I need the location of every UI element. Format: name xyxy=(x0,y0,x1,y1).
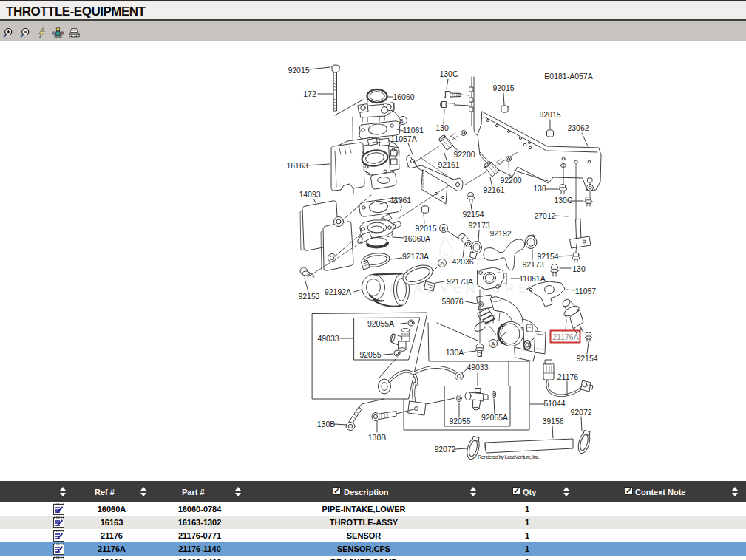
svg-text:92192: 92192 xyxy=(489,229,511,238)
svg-text:92200: 92200 xyxy=(500,176,521,185)
svg-text:11057A: 11057A xyxy=(390,134,416,143)
svg-text:23062: 23062 xyxy=(567,123,589,132)
svg-text:92173: 92173 xyxy=(522,260,543,269)
svg-text:16060: 16060 xyxy=(393,92,414,101)
svg-text:92015: 92015 xyxy=(415,224,436,233)
svg-text:21176A: 21176A xyxy=(552,332,578,341)
svg-text:92015: 92015 xyxy=(492,83,514,92)
svg-text:A: A xyxy=(440,260,444,267)
svg-text:130: 130 xyxy=(435,123,449,132)
svg-text:92200: 92200 xyxy=(453,150,475,159)
svg-text:49033: 49033 xyxy=(467,363,488,372)
svg-text:14093: 14093 xyxy=(299,190,320,199)
svg-text:21176: 21176 xyxy=(557,372,579,381)
svg-text:92072: 92072 xyxy=(570,408,591,417)
svg-text:B: B xyxy=(441,225,445,232)
svg-text:Rendered by LeadVenture, Inc.: Rendered by LeadVenture, Inc. xyxy=(478,454,540,460)
svg-text:39156: 39156 xyxy=(542,417,563,426)
svg-text:42036: 42036 xyxy=(452,257,473,266)
svg-text:16060A: 16060A xyxy=(404,234,430,243)
svg-text:92154: 92154 xyxy=(576,354,597,363)
svg-text:92173A: 92173A xyxy=(447,277,473,286)
svg-text:92153: 92153 xyxy=(298,292,319,301)
svg-text:11061: 11061 xyxy=(403,126,424,134)
svg-text:92173A: 92173A xyxy=(402,252,429,261)
svg-text:51044: 51044 xyxy=(543,399,565,408)
svg-text:B: B xyxy=(399,117,403,124)
svg-text:E0181-A057A: E0181-A057A xyxy=(544,72,592,81)
svg-text:27012: 27012 xyxy=(534,211,555,220)
svg-text:11061: 11061 xyxy=(390,196,412,205)
svg-text:A: A xyxy=(491,341,495,347)
svg-text:49033: 49033 xyxy=(317,334,339,343)
svg-text:130C: 130C xyxy=(439,69,458,78)
svg-text:130: 130 xyxy=(533,184,546,193)
svg-text:11061A: 11061A xyxy=(519,274,545,283)
svg-text:92055: 92055 xyxy=(449,417,470,426)
svg-text:92055A: 92055A xyxy=(481,413,508,422)
svg-text:92015: 92015 xyxy=(539,110,560,119)
svg-text:92161: 92161 xyxy=(483,185,504,194)
svg-text:130: 130 xyxy=(572,264,586,273)
svg-text:59076: 59076 xyxy=(441,297,463,306)
svg-text:92161: 92161 xyxy=(438,160,459,169)
svg-text:92173: 92173 xyxy=(468,221,489,230)
svg-text:92192A: 92192A xyxy=(325,287,351,296)
svg-text:92072: 92072 xyxy=(434,445,455,454)
svg-text:130A: 130A xyxy=(446,348,464,357)
svg-text:11057: 11057 xyxy=(575,287,597,296)
svg-text:130C: 130C xyxy=(554,196,573,205)
svg-text:130B: 130B xyxy=(368,433,387,442)
svg-text:130B: 130B xyxy=(317,420,336,428)
svg-text:92015: 92015 xyxy=(288,66,309,75)
svg-text:172: 172 xyxy=(303,89,316,98)
svg-text:92055: 92055 xyxy=(359,350,381,359)
svg-text:92154: 92154 xyxy=(462,210,484,219)
svg-text:16163: 16163 xyxy=(286,161,308,170)
svg-text:92055A: 92055A xyxy=(367,319,394,328)
